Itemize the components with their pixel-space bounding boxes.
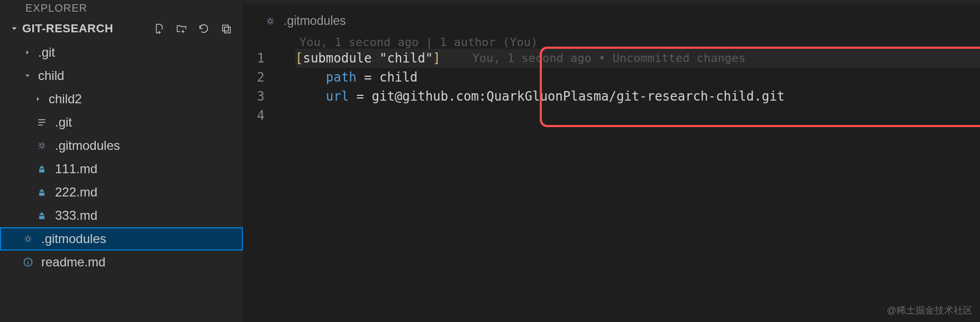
tree-label: 222.md (55, 185, 238, 200)
gitlens-line-blame: You, 1 second ago • Uncommitted changes (441, 49, 746, 68)
watermark: @稀土掘金技术社区 (887, 304, 973, 317)
gitlens-file-annotation: You, 1 second ago | 1 author (You) (243, 35, 980, 49)
gear-file-icon (264, 16, 277, 26)
code-line[interactable]: url = git@github.com:QuarkGluonPlasma/gi… (295, 87, 980, 106)
tree-label: readme.md (41, 255, 238, 270)
gear-file-icon (20, 234, 36, 244)
editor-tabs-strip (243, 0, 980, 5)
chevron-right-icon (23, 48, 36, 57)
svg-point-0 (40, 144, 44, 148)
markdown-icon (34, 187, 50, 198)
line-number: 4 (243, 106, 279, 125)
tree-label: child (38, 68, 238, 83)
line-number-gutter: 1 2 3 4 (243, 49, 279, 125)
markdown-icon (34, 164, 50, 174)
tree-file-readme[interactable]: readme.md (0, 251, 243, 274)
code-line[interactable]: [submodule "child"] You, 1 second ago • … (295, 49, 980, 68)
breadcrumb-filename: .gitmodules (284, 14, 346, 28)
svg-point-1 (26, 237, 30, 241)
tree-label: 111.md (55, 162, 238, 176)
workspace-header[interactable]: GIT-RESEARCH (0, 19, 243, 39)
lines-file-icon (34, 117, 50, 128)
tree-file-222[interactable]: 222.md (0, 181, 243, 204)
refresh-icon[interactable] (197, 22, 210, 35)
tree-folder-child2[interactable]: child2 (0, 87, 243, 111)
code-line[interactable]: path = child (295, 68, 980, 87)
line-number: 3 (243, 87, 279, 106)
code-editor[interactable]: 1 2 3 4 [submodule "child"] You, 1 secon… (243, 49, 980, 125)
tree-file-333[interactable]: 333.md (0, 204, 243, 227)
chevron-down-icon (23, 71, 36, 80)
tree-label: .gitmodules (55, 138, 238, 153)
breadcrumb[interactable]: .gitmodules (243, 5, 980, 35)
gear-file-icon (34, 140, 50, 151)
info-icon (20, 257, 36, 267)
new-file-icon[interactable] (153, 22, 166, 35)
chevron-right-icon (34, 95, 47, 103)
markdown-icon (34, 210, 50, 221)
workspace-name: GIT-RESEARCH (22, 22, 153, 35)
code-line[interactable] (295, 106, 980, 125)
new-folder-icon[interactable] (175, 22, 188, 35)
tree-file-child-gitmodules[interactable]: .gitmodules (0, 134, 243, 157)
tree-label: child2 (49, 92, 238, 106)
tree-label: .gitmodules (41, 231, 238, 246)
svg-point-3 (269, 19, 273, 23)
editor-pane: .gitmodules You, 1 second ago | 1 author… (243, 0, 980, 322)
collapse-all-icon[interactable] (220, 22, 232, 35)
tree-file-111[interactable]: 111.md (0, 157, 243, 181)
tree-folder-child[interactable]: child (0, 64, 243, 87)
tree-label: 333.md (55, 208, 238, 223)
line-number: 1 (243, 49, 279, 68)
tree-folder-git[interactable]: .git (0, 41, 243, 64)
tree-label: .git (55, 115, 238, 130)
file-tree: .git child child2 .git .gitmodules (0, 39, 243, 274)
tree-file-gitmodules[interactable]: .gitmodules (0, 227, 243, 251)
explorer-title: EXPLORER (0, 0, 243, 19)
line-number: 2 (243, 68, 279, 87)
chevron-down-icon (10, 24, 22, 33)
file-explorer-sidebar: EXPLORER GIT-RESEARCH .git (0, 0, 243, 322)
tree-file-child-git[interactable]: .git (0, 111, 243, 134)
tree-label: .git (38, 45, 238, 60)
